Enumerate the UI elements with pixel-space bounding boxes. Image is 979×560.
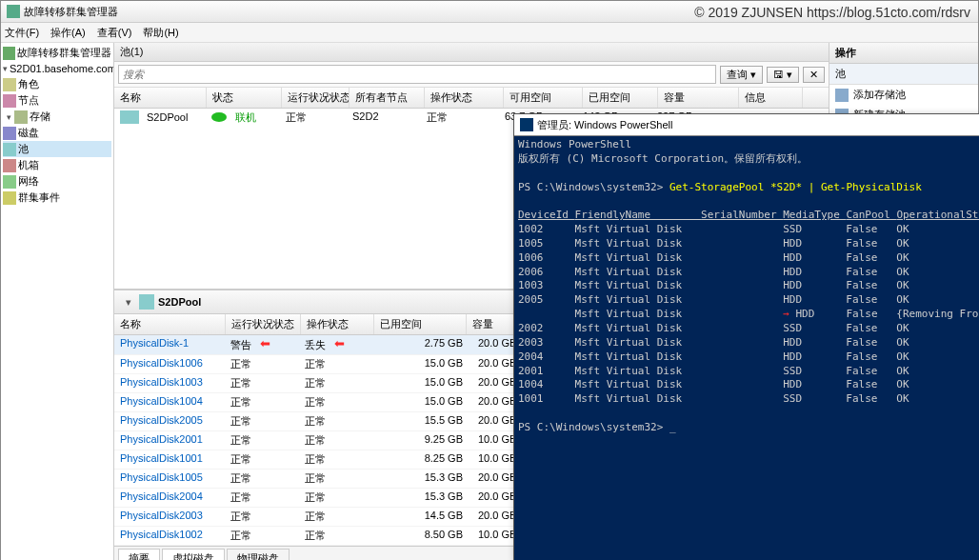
app-icon	[7, 5, 20, 18]
tree-cluster[interactable]: ▾S2D01.basehome.com.cn	[3, 61, 111, 76]
tree-pools[interactable]: 池	[3, 141, 111, 157]
save-query-button[interactable]: 🖫 ▾	[767, 67, 799, 83]
menubar: 文件(F) 操作(A) 查看(V) 帮助(H)	[1, 23, 978, 43]
pool-header: 池(1)	[114, 43, 829, 62]
clear-button[interactable]: ✕	[803, 67, 825, 83]
search-button[interactable]: 查询 ▾	[720, 66, 763, 84]
tab-vdisk[interactable]: 虚拟磁盘	[162, 549, 225, 560]
tree-chassis[interactable]: 机箱	[3, 157, 111, 173]
tree-nodes[interactable]: 节点	[3, 92, 111, 109]
tree-events[interactable]: 群集事件	[3, 190, 111, 206]
tree-root[interactable]: 故障转移群集管理器	[3, 45, 111, 61]
menu-help[interactable]: 帮助(H)	[143, 26, 178, 40]
pool-icon	[120, 110, 139, 124]
action-add-pool[interactable]: 添加存储池	[829, 85, 978, 105]
tab-pdisk[interactable]: 物理磁盘	[227, 549, 290, 560]
search-input[interactable]	[118, 65, 716, 84]
tree-disks[interactable]: 磁盘	[3, 125, 111, 141]
pool-columns: 名称状态 运行状况状态所有者节点 操作状态可用空间 已用空间容量 信息	[114, 88, 829, 109]
menu-file[interactable]: 文件(F)	[5, 26, 39, 40]
menu-view[interactable]: 查看(V)	[97, 26, 132, 40]
menu-action[interactable]: 操作(A)	[50, 26, 86, 40]
actions-title: 操作	[829, 43, 978, 64]
powershell-window[interactable]: 管理员: Windows PowerShell Windows PowerShe…	[513, 113, 979, 560]
watermark: © 2019 ZJUNSEN https://blog.51cto.com/rd…	[694, 5, 970, 20]
window-title: 故障转移群集管理器	[24, 5, 118, 19]
tab-summary[interactable]: 摘要	[118, 549, 160, 560]
detail-expander[interactable]: ▾	[122, 296, 135, 309]
sidebar: 故障转移群集管理器 ▾S2D01.basehome.com.cn 角色 节点 ▾…	[1, 43, 114, 560]
actions-group: 池	[829, 64, 978, 85]
app-window: © 2019 ZJUNSEN https://blog.51cto.com/rd…	[0, 0, 979, 560]
tree-storage[interactable]: ▾存储	[3, 109, 111, 125]
tree-network[interactable]: 网络	[3, 173, 111, 190]
pool-icon	[139, 294, 154, 310]
ps-titlebar[interactable]: 管理员: Windows PowerShell	[514, 114, 979, 136]
powershell-icon	[520, 118, 533, 131]
detail-title: S2DPool	[158, 296, 201, 308]
ps-output: Windows PowerShell 版权所有 (C) Microsoft Co…	[514, 136, 979, 437]
tree-roles[interactable]: 角色	[3, 76, 111, 92]
